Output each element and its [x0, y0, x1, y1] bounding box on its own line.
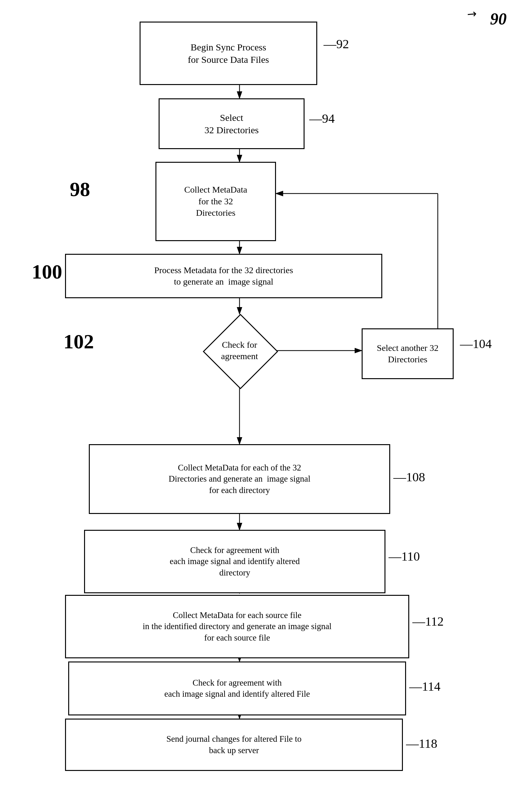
collect-meta-files-box: Collect MetaData for each source filein …	[65, 595, 409, 658]
ref-118: —118	[406, 736, 437, 751]
select-32-box: Select32 Directories	[159, 98, 305, 149]
collect-meta-files-label: Collect MetaData for each source filein …	[143, 610, 331, 643]
ref-94: —94	[309, 111, 335, 126]
collect-meta-32-label: Collect MetaDatafor the 32Directories	[184, 184, 247, 219]
check-agreement-diamond: Check foragreement	[203, 314, 276, 387]
diagram-ref-label: 90	[490, 10, 507, 28]
begin-sync-box: Begin Sync Processfor Source Data Files	[139, 22, 317, 85]
check-agreement-file-box: Check for agreement witheach image signa…	[68, 662, 406, 716]
check-agreement-dir-box: Check for agreement witheach image signa…	[84, 530, 385, 593]
corner-arrow-icon: ↙	[464, 6, 480, 22]
check-agreement-label: Check foragreement	[221, 339, 258, 362]
ref-98: 98	[70, 178, 90, 201]
collect-meta-each-dir-box: Collect MetaData for each of the 32Direc…	[89, 444, 390, 514]
collect-meta-32-box: Collect MetaDatafor the 32Directories	[155, 162, 276, 241]
collect-meta-each-dir-label: Collect MetaData for each of the 32Direc…	[169, 462, 310, 496]
send-journal-label: Send journal changes for altered File to…	[167, 734, 302, 756]
send-journal-box: Send journal changes for altered File to…	[65, 719, 403, 771]
ref-108: —108	[393, 470, 425, 485]
ref-102: 102	[63, 330, 94, 354]
select-another-32-box: Select another 32Directories	[362, 328, 454, 379]
check-agreement-dir-label: Check for agreement witheach image signa…	[170, 545, 300, 578]
process-meta-label: Process Metadata for the 32 directoriest…	[154, 265, 293, 288]
select-another-32-label: Select another 32Directories	[377, 342, 438, 365]
begin-sync-label: Begin Sync Processfor Source Data Files	[188, 41, 269, 66]
ref-110: —110	[388, 549, 420, 564]
ref-112: —112	[413, 614, 444, 629]
process-meta-box: Process Metadata for the 32 directoriest…	[65, 254, 382, 298]
ref-92: —92	[324, 37, 349, 51]
ref-104: —104	[460, 336, 492, 351]
ref-100: 100	[32, 260, 62, 284]
ref-114: —114	[409, 679, 441, 694]
check-agreement-file-label: Check for agreement witheach image signa…	[164, 677, 310, 700]
select-32-label: Select32 Directories	[205, 111, 259, 136]
flowchart-diagram: 90 ↙ Be	[0, 0, 532, 796]
